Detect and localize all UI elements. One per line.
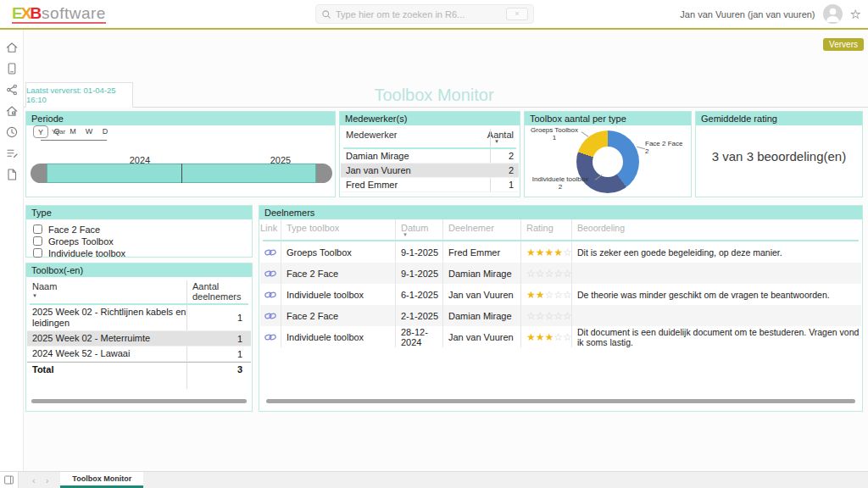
link-cell[interactable] [260, 263, 281, 284]
rating-panel: Gemiddelde rating 3 van 3 beoordeling(en… [695, 111, 863, 197]
app-window: EXBsoftware × Jan van Vuuren (jan van vu… [0, 0, 868, 488]
periode-panel: Periode YQMWD Year 2024 2025 [25, 111, 336, 197]
panel-toggle-button[interactable] [0, 472, 19, 488]
deelnemer-row[interactable]: Face 2 Face9-1-2025Damian Mirage☆☆☆☆☆ [260, 263, 861, 284]
toolboxen-horizontal-scrollbar[interactable] [31, 399, 247, 403]
toolbox-row[interactable]: 2024 Week 52 - Lawaai1 [27, 347, 251, 362]
column-header-type-toolbox[interactable]: Type toolbox [281, 219, 396, 240]
link-icon[interactable] [264, 331, 276, 343]
search-icon [321, 9, 331, 19]
link-cell[interactable] [260, 305, 281, 326]
medewerker-row[interactable]: Fred Emmer1 [341, 178, 519, 192]
deelnemer-row[interactable]: Face 2 Face2-1-2025Damian Mirage☆☆☆☆☆ [260, 305, 861, 326]
type-checkbox-list: Face 2 FaceGroeps ToolboxIndividuele too… [33, 224, 125, 259]
chart-label-individuele: Individuele toolbox2 [525, 175, 596, 191]
column-header-datum[interactable]: Datum▼ [396, 219, 443, 240]
deelnemers-horizontal-scrollbar[interactable] [266, 399, 855, 403]
rating-cell: ★★★☆☆ [521, 326, 572, 347]
toolboxen-rows: 2025 Week 02 - Richtlijnen kabels en lei… [27, 305, 251, 376]
search-clear-button[interactable]: × [506, 8, 528, 20]
column-header-naam[interactable]: Naam [32, 281, 57, 291]
type-checkbox[interactable] [33, 225, 42, 234]
rating-cell: ★★★★☆ [521, 241, 572, 263]
column-header-medewerker[interactable]: Medewerker [346, 130, 398, 140]
scale-selected-label: Year [52, 128, 65, 136]
column-header-aantal-deelnemers[interactable]: Aantal deelnemers [192, 281, 248, 302]
medewerker-name: Fred Emmer [341, 180, 490, 190]
tasks-icon[interactable] [5, 147, 19, 160]
rating-stars: ☆☆☆☆☆ [526, 269, 572, 279]
type-label: Face 2 Face [48, 225, 100, 235]
toolboxen-panel: Toolbox(-en) Naam ▼ Aantal deelnemers 20… [25, 263, 253, 412]
callout-line [581, 131, 589, 137]
refresh-button[interactable]: Ververs [823, 38, 864, 51]
column-header-aantal[interactable]: Aantal [487, 130, 514, 140]
link-icon[interactable] [264, 247, 276, 258]
exb-logo[interactable]: EXBsoftware [12, 4, 106, 24]
tab-next-button[interactable]: › [46, 475, 49, 485]
timeline-left-handle[interactable] [31, 164, 47, 183]
global-search[interactable]: × [315, 4, 534, 24]
medewerkers-panel: Medewerker(s) Medewerker Aantal ▼ Damian… [339, 111, 520, 197]
link-cell[interactable] [260, 284, 281, 305]
scale-option-y[interactable]: Y [33, 125, 48, 138]
type-filter-individuele-toolbox[interactable]: Individuele toolbox [33, 247, 125, 258]
column-header-beoordeling[interactable]: Beoordeling [572, 219, 861, 240]
medewerker-count: 1 [490, 180, 519, 190]
rating-stars: ★★★★☆ [526, 247, 572, 258]
link-icon[interactable] [264, 310, 276, 322]
user-name[interactable]: Jan van Vuuren (jan van vuuren) [680, 9, 815, 19]
deelnemer-row[interactable]: Groeps Toolbox9-1-2025Fred Emmer★★★★☆Dit… [260, 241, 861, 263]
callout-line [637, 147, 645, 150]
deelnemer-name-cell: Damian Mirage [443, 305, 521, 326]
medewerkers-rows: Damian Mirage2Jan van Vuuren2Fred Emmer1 [341, 149, 519, 192]
type-filter-face-2-face[interactable]: Face 2 Face [33, 224, 125, 235]
type-checkbox[interactable] [33, 248, 42, 258]
toolbox-count: 1 [210, 313, 251, 323]
deelnemer-row[interactable]: Individuele toolbox28-12-2024Jan van Vuu… [260, 326, 861, 347]
column-header-link[interactable]: Link [260, 219, 281, 240]
medewerker-row[interactable]: Damian Mirage2 [341, 149, 519, 164]
type-filter-groeps-toolbox[interactable]: Groeps Toolbox [33, 236, 125, 247]
tab-toolbox-monitor[interactable]: Toolbox Monitor [60, 472, 143, 488]
book-icon[interactable] [5, 62, 19, 75]
medewerker-name: Jan van Vuuren [341, 165, 490, 175]
deelnemers-panel-title: Deelnemers [259, 206, 862, 219]
toolbox-type-cell: Groeps Toolbox [281, 241, 396, 263]
home-icon[interactable] [5, 41, 19, 54]
toolbox-name: 2024 Week 52 - Lawaai [27, 347, 210, 361]
chart-label-groeps: Groeps Toolbox1 [528, 126, 581, 141]
deelnemer-row[interactable]: Individuele toolbox6-1-2025Jan van Vuure… [260, 284, 861, 305]
chart-panel-title: Toolbox aantal per type [525, 112, 691, 125]
building-icon[interactable] [5, 104, 19, 118]
link-cell[interactable] [260, 326, 281, 347]
column-header-rating[interactable]: Rating [521, 219, 572, 240]
timeline-right-handle[interactable] [316, 164, 332, 183]
deelnemers-rows: Groeps Toolbox9-1-2025Fred Emmer★★★★☆Dit… [260, 241, 861, 347]
clock-icon[interactable] [5, 125, 19, 139]
column-header-deelnemer[interactable]: Deelnemer [443, 219, 521, 240]
review-cell [572, 305, 861, 326]
toolbox-row[interactable]: 2025 Week 02 - Meterruimte1 [27, 331, 251, 347]
search-input[interactable] [336, 9, 506, 19]
favorite-star-icon[interactable]: ☆ [850, 8, 861, 20]
rating-cell: ★★☆☆☆ [521, 284, 572, 305]
scale-option-m[interactable]: M [65, 127, 81, 136]
scale-option-w[interactable]: W [81, 127, 97, 136]
toolbox-row[interactable]: 2025 Week 02 - Richtlijnen kabels en lei… [27, 305, 251, 331]
toolbox-type-cell: Face 2 Face [281, 263, 396, 284]
sort-desc-icon: ▼ [403, 232, 408, 237]
link-icon[interactable] [264, 268, 276, 280]
link-icon[interactable] [264, 289, 276, 301]
document-icon[interactable] [5, 168, 19, 181]
timeline-slider[interactable] [31, 164, 332, 183]
tab-prev-button[interactable]: ‹ [32, 475, 36, 485]
medewerker-row[interactable]: Jan van Vuuren2 [341, 164, 519, 178]
scale-option-d[interactable]: D [97, 127, 113, 136]
type-checkbox[interactable] [33, 236, 42, 246]
link-cell[interactable] [260, 241, 281, 263]
avatar[interactable] [823, 4, 843, 24]
deelnemer-name-cell: Jan van Vuuren [443, 326, 521, 347]
toolbox-name: 2025 Week 02 - Richtlijnen kabels en lei… [27, 305, 210, 330]
chart-label-face2face: Face 2 Face2 [645, 140, 691, 155]
